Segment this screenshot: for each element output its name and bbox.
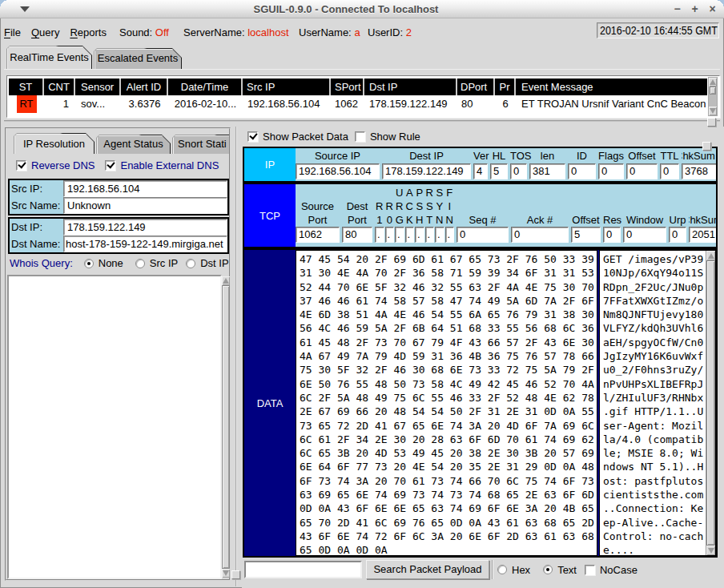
horizontal-sash[interactable] xyxy=(4,120,720,122)
tcp-field-ack[interactable]: 0 xyxy=(511,227,569,243)
whois-scrollbar-thumb[interactable] xyxy=(222,285,230,569)
vertical-sash-handle[interactable] xyxy=(231,570,240,579)
tab-snort-statistics[interactable]: Snort Stati xyxy=(172,135,229,154)
ip-field-tos[interactable]: 0 xyxy=(510,163,527,179)
search-packet-payload-button[interactable]: Search Packet Payload xyxy=(366,560,489,579)
src-ip-field[interactable]: 192.168.56.104 xyxy=(63,180,227,197)
src-name-label: Src Name: xyxy=(10,197,63,214)
tcp-flag-field-1[interactable]: . xyxy=(385,227,395,243)
whois-src-ip-radio[interactable] xyxy=(135,259,145,268)
whois-dst-ip-radio[interactable] xyxy=(186,259,195,268)
search-bar: Search Packet Payload Hex Text NoCase xyxy=(243,560,718,579)
tcp-field-chksum[interactable]: 2051 xyxy=(689,227,716,243)
whois-scroll-down-icon[interactable] xyxy=(222,569,230,578)
events-scrollbar[interactable] xyxy=(708,77,718,116)
ip-col-header-chksum: ChkSum xyxy=(682,150,716,163)
nocase-label: NoCase xyxy=(600,564,638,576)
column-header-date-time[interactable]: Date/Time xyxy=(168,79,243,95)
column-header-src-ip[interactable]: Src IP xyxy=(243,79,331,95)
column-header-sport[interactable]: SPort xyxy=(331,79,364,95)
tcp-field-urp[interactable]: 0 xyxy=(669,227,686,243)
ip-field-ttl[interactable]: 0 xyxy=(660,163,679,179)
ascii-scrollbar-thumb[interactable] xyxy=(706,260,715,546)
event-sensor: sov... xyxy=(75,95,121,113)
ip-field-hl[interactable]: 5 xyxy=(490,163,508,179)
tcp-flag-field-0[interactable]: . xyxy=(375,227,384,243)
tcp-field-seq[interactable]: 0 xyxy=(457,227,509,243)
ascii-scroll-up-icon[interactable] xyxy=(706,251,715,260)
dst-name-field[interactable]: host-178-159-122-149.mirgiga.net xyxy=(63,236,227,252)
ip-field-ver[interactable]: 4 xyxy=(473,163,488,179)
title-bar[interactable]: SGUIL-0.9.0 - Connected To localhost − +… xyxy=(0,0,724,18)
close-button[interactable]: × xyxy=(707,4,718,14)
column-header-event-message[interactable]: Event Message xyxy=(516,79,707,95)
ip-field-flags[interactable]: 0 xyxy=(598,163,624,179)
whois-query-label: Whois Query: xyxy=(10,257,73,269)
vertical-sash[interactable] xyxy=(235,127,237,586)
clock: 2016-02-10 16:44:55 GMT xyxy=(597,22,719,38)
dst-ip-group: Dst IP: 178.159.122.149 Dst Name: host-1… xyxy=(8,217,229,254)
tcp-field-source-port[interactable]: 1062 xyxy=(296,227,340,243)
column-header-dst-ip[interactable]: Dst IP xyxy=(364,79,457,95)
ascii-dump-pane[interactable]: GET /images/vP39 10NJp/6XqY94o11S RDpn_2… xyxy=(600,251,706,555)
tcp-flag-field-7[interactable]: . xyxy=(445,227,455,243)
whois-none-radio[interactable] xyxy=(84,259,94,268)
dst-ip-field[interactable]: 178.159.122.149 xyxy=(63,219,227,236)
ip-field-len[interactable]: 381 xyxy=(529,163,565,179)
tab-escalated-events[interactable]: Escalated Events xyxy=(94,48,182,69)
ip-field-source-ip[interactable]: 192.168.56.104 xyxy=(296,163,380,179)
scroll-down-icon[interactable] xyxy=(709,107,717,115)
column-header-st[interactable]: ST xyxy=(9,79,44,95)
tcp-field-res[interactable]: 0 xyxy=(603,227,621,243)
reverse-dns-checkbox[interactable] xyxy=(16,160,26,171)
external-dns-checkbox[interactable] xyxy=(105,160,115,171)
src-name-field[interactable]: Unknown xyxy=(63,197,227,214)
search-hex-radio[interactable] xyxy=(497,565,507,574)
minimize-button[interactable]: − xyxy=(672,4,682,14)
tcp-field-offset[interactable]: 5 xyxy=(571,227,601,243)
ip-field-chksum[interactable]: 3768 xyxy=(682,163,716,179)
maximize-button[interactable]: + xyxy=(690,4,700,14)
ascii-scroll-down-icon[interactable] xyxy=(706,546,715,555)
show-packet-data-checkbox[interactable] xyxy=(247,131,258,142)
column-header-pr[interactable]: Pr xyxy=(495,79,516,95)
packet-sash-handle[interactable] xyxy=(702,142,711,151)
whois-none-label: None xyxy=(99,257,123,269)
whois-src-ip-label: Src IP xyxy=(150,257,178,269)
events-scrollbar-thumb[interactable] xyxy=(710,87,716,95)
data-label: DATA xyxy=(244,250,296,556)
tab-ip-resolution[interactable]: IP Resolution xyxy=(14,133,95,154)
column-header-sensor[interactable]: Sensor xyxy=(75,79,121,95)
search-text-radio[interactable] xyxy=(543,565,553,574)
show-rule-checkbox[interactable] xyxy=(355,131,365,142)
ip-table-body: Source IPDest IPVerHLTOSlenIDFlagsOffset… xyxy=(296,148,716,181)
column-header-cnt[interactable]: CNT xyxy=(44,79,75,95)
ip-field-dest-ip[interactable]: 178.159.122.149 xyxy=(382,163,471,179)
tcp-field-window[interactable]: 0 xyxy=(623,227,666,243)
window-corner-left xyxy=(0,0,6,6)
tcp-field-dest-port[interactable]: 80 xyxy=(342,227,372,243)
search-input[interactable] xyxy=(244,561,362,578)
whois-scrollbar[interactable] xyxy=(222,276,230,578)
tcp-flag-field-4[interactable]: . xyxy=(415,227,424,243)
event-row[interactable]: RT 1 sov... 3.6376 2016-02-10... 192.168… xyxy=(9,95,707,113)
hex-dump-pane[interactable]: 47 45 54 20 2F 69 6D 61 67 65 73 2F 76 5… xyxy=(296,250,597,556)
column-header-alert-id[interactable]: Alert ID xyxy=(121,79,168,95)
tcp-flag-field-5[interactable]: . xyxy=(425,227,435,243)
tab-agent-status[interactable]: Agent Status xyxy=(96,135,171,154)
nocase-checkbox[interactable] xyxy=(585,565,595,575)
tcp-flag-field-2[interactable]: . xyxy=(395,227,404,243)
whois-scroll-up-icon[interactable] xyxy=(222,276,230,285)
arrow-up-icon xyxy=(223,278,229,284)
whois-output[interactable] xyxy=(7,275,222,579)
ip-field-offset[interactable]: 0 xyxy=(626,163,658,179)
tcp-flag-field-3[interactable]: . xyxy=(405,227,415,243)
horizontal-sash-handle[interactable] xyxy=(707,118,716,127)
scroll-up-icon[interactable] xyxy=(709,78,717,87)
status-badge: RT xyxy=(17,95,37,113)
ip-field-id[interactable]: 0 xyxy=(568,163,596,179)
tcp-flag-field-6[interactable]: . xyxy=(435,227,444,243)
column-header-dport[interactable]: DPort xyxy=(457,79,495,95)
tab-realtime-events[interactable]: RealTime Events xyxy=(6,46,92,69)
ascii-scrollbar[interactable] xyxy=(706,251,715,555)
